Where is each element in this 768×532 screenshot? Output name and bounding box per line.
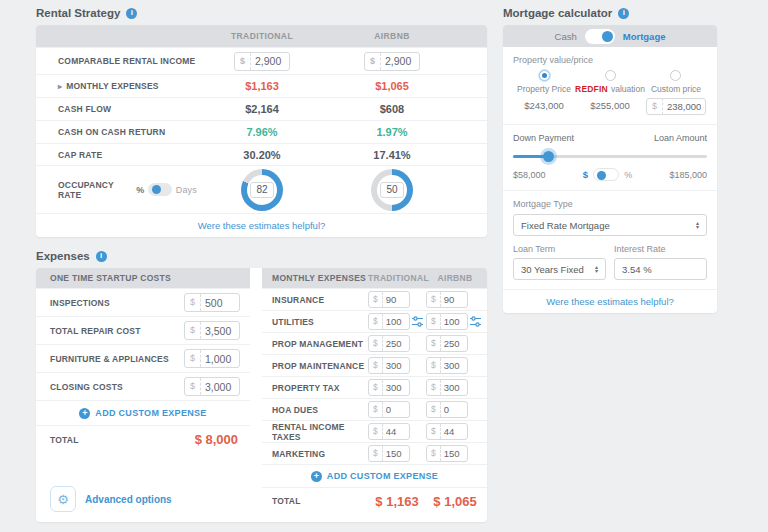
add-custom-startup-expense-button[interactable]: + ADD CUSTOM EXPENSE [36,400,250,425]
utilities-traditional-adjust-sliders-icon[interactable] [412,316,423,327]
toggle-knob [152,185,161,194]
advanced-options-label[interactable]: Advanced options [85,494,172,505]
dollar-prefix: $ [427,358,441,373]
days-option-label[interactable]: Days [176,185,197,195]
redfin-valuation-option-label: REDFINvaluation [575,84,645,94]
occupancy-unit-toggle[interactable] [148,183,171,196]
airbnb-cell: $ [426,401,484,418]
info-icon[interactable]: i [618,8,629,19]
monthly-total-airbnb-value: $ 1,065 [426,494,484,509]
row-label: PROPERTY TAX [272,383,368,393]
inspections-field: $ [184,293,240,312]
redfin-valuation-radio[interactable] [605,70,616,81]
loan-term-select[interactable]: 30 Years Fixed ▴▾ [513,258,606,280]
page: Rental Strategy i TRADITIONAL AIRBNB COM… [0,0,768,522]
income-taxes-traditional-input[interactable] [383,426,409,437]
advanced-options: ⚙ Advanced options [36,480,250,514]
occupancy-airbnb-input[interactable] [380,182,404,198]
mortgage-option-label[interactable]: Mortgage [623,31,666,42]
rental-strategy-header: Rental Strategy i [36,6,487,20]
marketing-traditional-input[interactable] [383,448,409,459]
expenses-header: Expenses i [36,249,487,263]
startup-costs-header-label: ONE TIME STARTUP COSTS [36,273,171,283]
dollar-option-label[interactable]: $ [583,169,588,180]
estimates-helpful-link[interactable]: Were these estimates helpful? [198,220,326,231]
row-label-text: MONTHLY EXPENSES [66,81,158,91]
repair-cost-input[interactable] [201,325,239,337]
rental-income-traditional-field: $ [234,52,290,71]
column-header-airbnb: AIRBNB [327,31,457,41]
custom-price-input[interactable] [663,101,705,112]
property-tax-airbnb-input[interactable] [441,382,467,393]
row-label: RENTAL INCOME TAXES [272,422,368,442]
dollar-prefix: $ [185,294,201,311]
loan-term-interest-row: Loan Term 30 Years Fixed ▴▾ Interest Rat… [513,244,707,280]
custom-price-option: Custom price $ [645,70,707,115]
furniture-input[interactable] [201,353,239,365]
percent-option-label[interactable]: % [136,185,144,195]
dollar-prefix: $ [427,402,441,417]
traditional-cell: $ [368,313,426,330]
income-taxes-traditional-field: $ [368,423,410,440]
hoa-dues-airbnb-input[interactable] [441,404,467,415]
gear-icon: ⚙ [57,492,69,507]
prop-management-airbnb-input[interactable] [441,338,467,349]
row-label: INSURANCE [272,295,368,305]
left-column: Rental Strategy i TRADITIONAL AIRBNB COM… [36,6,487,522]
marketing-airbnb-input[interactable] [441,448,467,459]
cash-mortgage-toggle[interactable] [585,29,615,44]
insurance-airbnb-input[interactable] [441,294,467,305]
closing-costs-input[interactable] [201,381,239,393]
dollar-percent-toggle-group: $ % [583,168,632,181]
custom-price-field: $ [646,98,706,115]
occupancy-traditional-input[interactable] [250,182,274,198]
mortgage-calculator-header: Mortgage calculator i [503,6,717,20]
utilities-airbnb-input[interactable] [441,316,467,327]
info-icon[interactable]: i [126,8,137,19]
prop-maintenance-traditional-input[interactable] [383,360,409,371]
advanced-options-button[interactable]: ⚙ [50,486,76,512]
dollar-prefix: $ [369,314,383,329]
interest-rate-input[interactable] [614,258,707,280]
percent-option-label[interactable]: % [624,170,632,180]
down-payment-labels: Down Payment Loan Amount [513,133,707,143]
monthly-total-traditional-value: $ 1,163 [368,494,426,509]
income-taxes-airbnb-input[interactable] [441,426,467,437]
column-header-traditional: TRADITIONAL [368,273,426,283]
valuation-label-text: valuation [611,84,645,94]
info-icon[interactable]: i [96,251,107,262]
loan-term-group: Loan Term 30 Years Fixed ▴▾ [513,244,606,280]
utilities-airbnb-adjust-sliders-icon[interactable] [470,316,481,327]
property-price-radio[interactable] [539,70,550,81]
marketing-airbnb-field: $ [426,445,468,462]
total-label: TOTAL [272,496,368,506]
utilities-traditional-input[interactable] [383,316,409,327]
mortgage-type-label: Mortgage Type [513,199,707,209]
monthly-expenses-table: MONTHLY EXPENSES TRADITIONAL AIRBNB INSU… [262,268,487,514]
toggle-knob [597,171,606,180]
occupancy-donut-traditional [241,169,283,211]
prop-management-traditional-input[interactable] [383,338,409,349]
hoa-dues-traditional-input[interactable] [383,404,409,415]
mortgage-type-select[interactable]: Fixed Rate Mortgage ▴▾ [513,214,707,236]
traditional-cell: $ [368,445,426,462]
dollar-percent-toggle[interactable] [593,168,619,181]
prop-maintenance-airbnb-field: $ [426,357,468,374]
table-row-monthly-expenses[interactable]: ▸MONTHLY EXPENSES $1,163 $1,065 [36,74,487,97]
property-value-label: Property value/price [513,55,707,65]
add-custom-monthly-expense-button[interactable]: + ADD CUSTOM EXPENSE [262,464,487,487]
slider-thumb[interactable] [543,151,554,162]
monthly-expenses-header-label: MONTHLY EXPENSES [262,273,368,283]
dollar-prefix: $ [369,446,383,461]
inspections-input[interactable] [201,297,239,309]
insurance-traditional-input[interactable] [383,294,409,305]
occupancy-donut-airbnb [371,169,413,211]
estimates-helpful-link[interactable]: Were these estimates helpful? [546,296,674,307]
cash-option-label[interactable]: Cash [555,31,577,42]
custom-price-radio[interactable] [670,70,681,81]
property-tax-traditional-input[interactable] [383,382,409,393]
rental-income-traditional-input[interactable] [251,55,289,67]
marketing-traditional-field: $ [368,445,410,462]
rental-income-airbnb-input[interactable] [381,55,419,67]
prop-maintenance-airbnb-input[interactable] [441,360,467,371]
